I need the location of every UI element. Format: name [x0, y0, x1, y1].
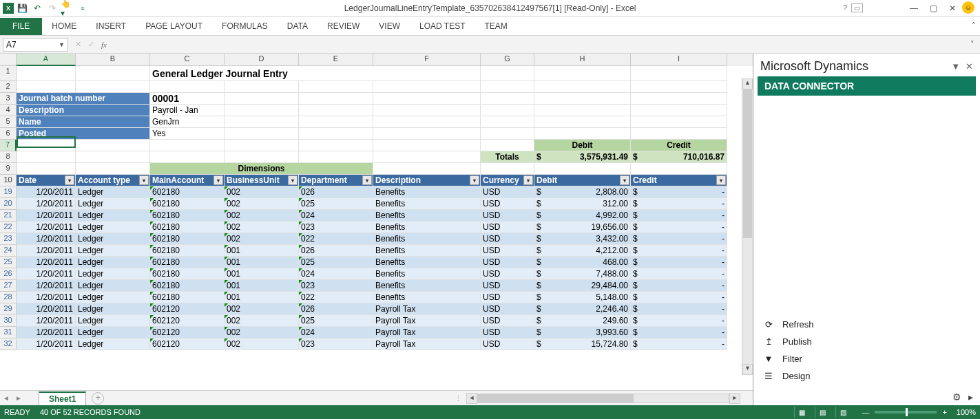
enter-formula-icon[interactable]: ✓	[88, 40, 94, 49]
column-header-F[interactable]: F	[373, 54, 481, 66]
ribbon-tab-formulas[interactable]: FORMULAS	[212, 18, 278, 35]
ribbon-tab-file[interactable]: FILE	[0, 18, 42, 35]
ribbon-tab-data[interactable]: DATA	[278, 18, 317, 35]
row-header[interactable]: 29	[0, 303, 17, 315]
tab-nav-prev-icon[interactable]: ◄	[0, 394, 12, 402]
vertical-scrollbar[interactable]: ▲ ▼	[742, 78, 753, 375]
filter-dropdown-icon[interactable]: ▾	[716, 175, 726, 185]
row-header[interactable]: 28	[0, 292, 17, 303]
row-header[interactable]: 23	[0, 233, 17, 245]
ribbon-display-icon[interactable]: ▭	[851, 3, 863, 12]
normal-view-icon[interactable]: ▦	[794, 407, 809, 418]
row-header[interactable]: 20	[0, 198, 17, 210]
filter-dropdown-icon[interactable]: ▾	[288, 175, 298, 185]
touch-mode-icon[interactable]: 👆▾	[61, 1, 74, 15]
taskpane-menu-icon[interactable]: ▼	[951, 61, 960, 72]
row-header[interactable]: 4	[0, 105, 17, 116]
row-header[interactable]: 32	[0, 339, 17, 350]
ribbon-tab-team[interactable]: TEAM	[475, 18, 517, 35]
save-icon[interactable]: 💾	[15, 1, 29, 15]
feedback-smiley-icon[interactable]: ☺	[962, 1, 974, 14]
filter-dropdown-icon[interactable]: ▾	[470, 175, 479, 185]
page-break-view-icon[interactable]: ▧	[835, 407, 851, 418]
row-header[interactable]: 7	[0, 140, 17, 151]
sheet-tab[interactable]: Sheet1	[39, 391, 86, 405]
scroll-down-icon[interactable]: ▼	[742, 364, 753, 375]
v-scroll-thumb[interactable]	[743, 89, 752, 238]
row-header[interactable]: 22	[0, 222, 17, 233]
grid-body[interactable]: 1General Ledger Journal Entry23Journal b…	[0, 66, 753, 390]
maximize-icon[interactable]: ▢	[924, 1, 943, 15]
qat-customize-icon[interactable]: ≡	[76, 1, 90, 15]
column-header-G[interactable]: G	[481, 54, 534, 66]
filter-dropdown-icon[interactable]: ▾	[523, 175, 533, 185]
filter-dropdown-icon[interactable]: ▾	[139, 175, 149, 185]
zoom-out-icon[interactable]: —	[862, 408, 869, 416]
column-header-A[interactable]: A	[17, 54, 76, 66]
settings-icon[interactable]: ⚙	[952, 391, 961, 402]
undo-icon[interactable]: ↶	[30, 1, 44, 15]
ribbon-tab-load-test[interactable]: LOAD TEST	[410, 18, 475, 35]
minimize-icon[interactable]: —	[904, 1, 924, 15]
ribbon-tab-insert[interactable]: INSERT	[86, 18, 136, 35]
run-icon[interactable]: ▸	[968, 391, 973, 402]
row-header[interactable]: 26	[0, 268, 17, 280]
scroll-right-icon[interactable]: ►	[729, 393, 740, 404]
column-header-C[interactable]: C	[150, 54, 225, 66]
row-header[interactable]: 9	[0, 163, 17, 175]
taskpane-action-filter[interactable]: ▼Filter	[760, 350, 973, 367]
collapse-ribbon-icon[interactable]: ˄	[972, 21, 976, 30]
filter-dropdown-icon[interactable]: ▾	[620, 175, 629, 185]
row-header[interactable]: 5	[0, 116, 17, 128]
redo-icon[interactable]: ↷	[45, 1, 59, 15]
cell-currency: USD	[481, 315, 534, 327]
page-layout-view-icon[interactable]: ▤	[815, 407, 830, 418]
filter-dropdown-icon[interactable]: ▾	[213, 175, 223, 185]
column-header-I[interactable]: I	[631, 54, 727, 66]
horizontal-scrollbar[interactable]: ⋮ ◄ ►	[455, 393, 740, 404]
filter-dropdown-icon[interactable]: ▾	[65, 175, 74, 185]
filter-dropdown-icon[interactable]: ▾	[362, 175, 372, 185]
row-header[interactable]: 2	[0, 81, 17, 93]
ribbon-tab-page-layout[interactable]: PAGE LAYOUT	[136, 18, 212, 35]
row-header[interactable]: 8	[0, 151, 17, 163]
row-header[interactable]: 25	[0, 257, 17, 268]
column-header-E[interactable]: E	[299, 54, 373, 66]
scroll-left-icon[interactable]: ◄	[466, 393, 477, 404]
column-header-H[interactable]: H	[534, 54, 631, 66]
taskpane-action-publish[interactable]: ↥Publish	[760, 333, 973, 350]
zoom-in-icon[interactable]: +	[942, 408, 946, 416]
row-header[interactable]: 3	[0, 93, 17, 105]
h-scroll-thumb[interactable]	[478, 394, 634, 402]
row-header[interactable]: 27	[0, 280, 17, 292]
ribbon-tab-view[interactable]: VIEW	[369, 18, 410, 35]
tab-nav-next-icon[interactable]: ►	[12, 394, 25, 402]
ribbon-tab-home[interactable]: HOME	[42, 18, 86, 35]
taskpane-close-icon[interactable]: ✕	[966, 61, 973, 72]
expand-formula-bar-icon[interactable]: ˅	[970, 40, 974, 49]
zoom-level[interactable]: 100%	[957, 408, 976, 416]
taskpane-action-design[interactable]: ☰Design	[760, 367, 973, 385]
new-sheet-icon[interactable]: +	[92, 392, 104, 405]
scroll-up-icon[interactable]: ▲	[742, 78, 753, 89]
row-header[interactable]: 21	[0, 210, 17, 222]
select-all-corner[interactable]	[0, 54, 17, 66]
close-icon[interactable]: ✕	[943, 1, 962, 15]
name-box[interactable]: A7 ▼	[3, 38, 68, 52]
column-header-D[interactable]: D	[225, 54, 299, 66]
row-header[interactable]: 30	[0, 315, 17, 327]
name-box-dropdown-icon[interactable]: ▼	[59, 41, 65, 48]
row-header[interactable]: 31	[0, 327, 17, 339]
row-header[interactable]: 1	[0, 66, 17, 81]
row-header[interactable]: 6	[0, 128, 17, 140]
fx-icon[interactable]: fx	[101, 41, 107, 49]
cancel-formula-icon[interactable]: ✕	[75, 40, 81, 49]
zoom-slider[interactable]	[875, 411, 937, 413]
row-header[interactable]: 10	[0, 175, 17, 186]
column-header-B[interactable]: B	[76, 54, 150, 66]
taskpane-action-refresh[interactable]: ⟳Refresh	[760, 316, 973, 333]
help-icon[interactable]: ?	[843, 3, 847, 12]
row-header[interactable]: 19	[0, 186, 17, 198]
ribbon-tab-review[interactable]: REVIEW	[317, 18, 369, 35]
row-header[interactable]: 24	[0, 245, 17, 257]
